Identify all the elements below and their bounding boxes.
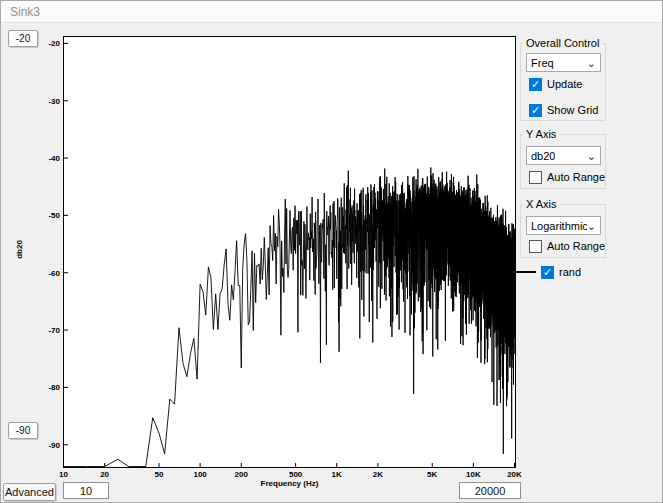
x-tick-label: 200 bbox=[235, 470, 248, 479]
update-checkbox-label: Update bbox=[547, 78, 582, 90]
y-axis-dropdown-value: db20 bbox=[531, 150, 555, 162]
chevron-down-icon: ⌄ bbox=[587, 221, 600, 231]
x-tick-label: 10 bbox=[59, 470, 68, 479]
x-tick-label: 10K bbox=[466, 470, 481, 479]
x-axis-dropdown-value: Logarithmic bbox=[531, 220, 587, 232]
x-tick-label: 5K bbox=[427, 470, 437, 479]
overall-control-title: Overall Control bbox=[523, 37, 602, 50]
update-checkbox[interactable] bbox=[529, 78, 542, 91]
legend: rand bbox=[514, 265, 581, 279]
y-tick-label: -20 bbox=[29, 39, 60, 48]
advanced-button[interactable]: Advanced bbox=[3, 483, 56, 501]
y-axis-title: db20 bbox=[15, 230, 24, 270]
sink3-window: Sink3 -20 -90 Advanced db20 -20-30-40-50… bbox=[0, 0, 663, 503]
legend-line-sample bbox=[514, 271, 536, 273]
x-axis-dropdown[interactable]: Logarithmic ⌄ bbox=[526, 216, 601, 235]
show-grid-checkbox[interactable] bbox=[529, 104, 542, 117]
freq-dropdown-value: Freq bbox=[531, 57, 554, 69]
window-title: Sink3 bbox=[10, 5, 40, 19]
x-min-input[interactable] bbox=[63, 482, 109, 499]
overall-control-group: Overall Control Freq ⌄ Update Show Grid bbox=[520, 43, 606, 121]
y-axis-ticks: -20-30-40-50-60-70-80-90 bbox=[29, 36, 60, 468]
x-max-input[interactable] bbox=[459, 482, 521, 499]
y-tick-label: -70 bbox=[29, 326, 60, 335]
x-auto-range-row: Auto Range bbox=[529, 239, 605, 253]
spectrum-plot bbox=[63, 36, 516, 468]
y-axis-group-title: Y Axis bbox=[523, 128, 559, 141]
titlebar: Sink3 bbox=[1, 1, 662, 23]
x-tick-label: 50 bbox=[155, 470, 164, 479]
x-tick-label: 500 bbox=[289, 470, 302, 479]
x-tick-label: 2K bbox=[373, 470, 383, 479]
plot-area[interactable] bbox=[63, 36, 516, 468]
show-grid-row: Show Grid bbox=[529, 103, 598, 117]
x-auto-range-checkbox[interactable] bbox=[529, 240, 542, 253]
y-axis-dropdown[interactable]: db20 ⌄ bbox=[526, 146, 601, 165]
y-tick-label: -90 bbox=[29, 440, 60, 449]
x-auto-range-label: Auto Range bbox=[547, 240, 605, 252]
rand-checkbox[interactable] bbox=[541, 266, 554, 279]
update-row: Update bbox=[529, 77, 582, 91]
chevron-down-icon: ⌄ bbox=[587, 151, 600, 161]
rand-checkbox-label: rand bbox=[559, 266, 581, 278]
y-auto-range-row: Auto Range bbox=[529, 170, 605, 184]
x-tick-label: 1K bbox=[332, 470, 342, 479]
x-tick-label: 20 bbox=[100, 470, 109, 479]
x-tick-label: 100 bbox=[193, 470, 206, 479]
x-tick-label: 20K bbox=[507, 470, 522, 479]
y-auto-range-label: Auto Range bbox=[547, 171, 605, 183]
y-axis-group: Y Axis db20 ⌄ Auto Range bbox=[520, 134, 606, 189]
x-axis-group: X Axis Logarithmic ⌄ Auto Range bbox=[520, 204, 606, 258]
y-tick-label: -60 bbox=[29, 268, 60, 277]
y-tick-label: -30 bbox=[29, 96, 60, 105]
x-axis-group-title: X Axis bbox=[523, 198, 560, 211]
show-grid-checkbox-label: Show Grid bbox=[547, 104, 598, 116]
y-tick-label: -40 bbox=[29, 154, 60, 163]
freq-dropdown[interactable]: Freq ⌄ bbox=[526, 53, 601, 72]
y-tick-label: -80 bbox=[29, 383, 60, 392]
x-axis-title: Frequency (Hz) bbox=[63, 479, 516, 488]
y-auto-range-checkbox[interactable] bbox=[529, 171, 542, 184]
y-tick-label: -50 bbox=[29, 211, 60, 220]
chevron-down-icon: ⌄ bbox=[587, 58, 600, 68]
